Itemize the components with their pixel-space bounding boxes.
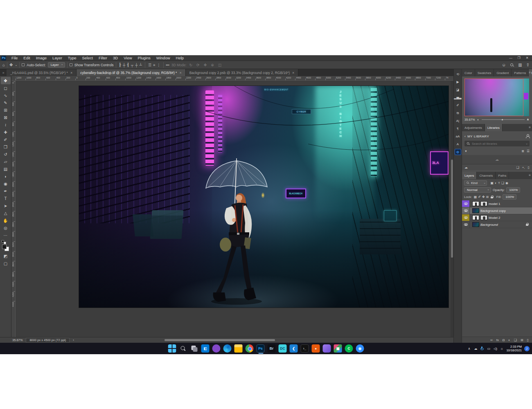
tray-icon[interactable]: ☁ xyxy=(473,347,478,351)
more-options-icon[interactable]: ••• xyxy=(166,63,169,67)
taskbar-app-icon[interactable]: Br xyxy=(268,344,276,353)
panel-menu-icon[interactable]: ≡ xyxy=(529,71,531,74)
tool-button[interactable]: ⋯ xyxy=(1,231,11,239)
tray-icon[interactable]: ◁) xyxy=(493,347,497,351)
panel-icon[interactable]: ⟲ xyxy=(455,71,461,77)
search-icon[interactable] xyxy=(510,63,514,67)
panel-icon[interactable]: A xyxy=(455,141,461,147)
eye-icon[interactable] xyxy=(464,202,468,205)
eye-icon[interactable] xyxy=(464,216,468,219)
navigator-zoom-slider[interactable]: ▲ ▲ ▲ xyxy=(477,117,530,121)
tool-button[interactable]: ↺ xyxy=(1,151,11,158)
lock-all-icon[interactable] xyxy=(491,196,494,199)
align-icon[interactable]: ┼ xyxy=(122,63,126,67)
panel-tab[interactable]: Libraries xyxy=(485,124,503,131)
layer-visibility-well[interactable] xyxy=(462,207,470,214)
panel-icon[interactable]: ✐ xyxy=(455,102,461,108)
slider-thumb[interactable]: ▲ xyxy=(501,118,504,121)
window-control-button[interactable]: ✕ xyxy=(523,55,531,61)
tool-button[interactable]: ✐ xyxy=(1,136,11,143)
layer-visibility-well[interactable] xyxy=(462,221,470,228)
navigator-zoom-value[interactable]: 35.67% xyxy=(464,118,475,121)
lock-option-icon[interactable]: ⊞ xyxy=(485,195,489,199)
tool-button[interactable]: ⊠ xyxy=(1,114,11,121)
panel-menu-icon[interactable]: ≡ xyxy=(529,173,531,177)
layer-name[interactable]: Background xyxy=(480,223,498,227)
layer-name[interactable]: model 1 xyxy=(489,202,500,206)
taskbar-app-icon[interactable] xyxy=(323,344,331,353)
panel-tab[interactable]: Swatches xyxy=(475,69,494,76)
workspace-icon[interactable]: ▥ xyxy=(518,63,522,67)
window-control-button[interactable]: — xyxy=(507,55,515,61)
panel-icon[interactable]: ◪ xyxy=(455,87,461,93)
align-icon[interactable]: ┬ xyxy=(130,63,134,67)
layer-thumbnail[interactable] xyxy=(472,201,479,206)
tool-button[interactable]: ◗ xyxy=(1,173,11,180)
tool-button[interactable]: ▱ xyxy=(1,158,11,165)
fill-dropdown[interactable]: 100% xyxy=(503,194,516,200)
back-chevron-icon[interactable]: ‹ xyxy=(464,135,466,138)
layer-row[interactable]: Background xyxy=(462,221,532,228)
vertical-scrollbar-thumb[interactable] xyxy=(451,160,453,258)
panel-icon[interactable]: aA xyxy=(455,133,461,139)
taskbar-app-icon[interactable] xyxy=(223,344,232,353)
layers-action-icon[interactable]: ◘ xyxy=(503,338,505,342)
taskbar-app-icon[interactable]: Ps xyxy=(257,344,265,353)
taskbar-app-icon[interactable]: ▣ xyxy=(334,344,342,353)
tool-button[interactable]: ◎ xyxy=(1,224,11,231)
document-tab[interactable]: _H1A4441.psd @ 33.5% (RGB/16*) * × xyxy=(7,69,77,76)
tool-mode-button[interactable]: ▢ xyxy=(1,260,11,267)
swap-colors-icon[interactable] xyxy=(4,242,6,244)
taskbar-app-icon[interactable] xyxy=(212,344,221,353)
opacity-dropdown[interactable]: 100% xyxy=(506,187,520,193)
tray-icon[interactable]: ☼ xyxy=(500,347,504,351)
libraries-search[interactable]: ⌄ xyxy=(464,141,530,146)
layers-action-icon[interactable]: ⊞ xyxy=(521,338,523,342)
horizontal-scrollbar-thumb[interactable] xyxy=(165,339,275,341)
taskbar-clock[interactable]: 2:33 PM 10/16/2021 xyxy=(506,345,522,353)
panel-tab[interactable]: Color xyxy=(462,69,475,76)
layers-action-icon[interactable]: ❏ xyxy=(514,338,517,342)
menu-item[interactable]: Layer xyxy=(50,56,65,60)
panel-icon[interactable]: ⧉ xyxy=(455,110,461,116)
window-control-button[interactable]: ❐ xyxy=(515,55,523,61)
panel-tab[interactable]: Channels xyxy=(477,172,496,179)
menu-item[interactable]: Window xyxy=(153,56,173,60)
zoom-out-mountain-icon[interactable]: ▲ xyxy=(477,118,479,121)
tool-button[interactable]: ◻ xyxy=(1,84,11,92)
panel-tab[interactable]: Adjustments xyxy=(462,124,485,131)
layer-filter-icon[interactable]: ▣ xyxy=(490,181,494,185)
tool-button[interactable]: ≀ xyxy=(1,121,11,128)
menu-item[interactable]: File xyxy=(9,56,20,60)
canvas[interactable]: BIO-ENHANCEMENT CYBER JESUS BIOTECH BLAC… xyxy=(79,86,449,308)
account-icon[interactable]: ☺ xyxy=(502,63,506,67)
menu-item[interactable]: Edit xyxy=(20,56,33,60)
foreground-color-chip[interactable] xyxy=(2,245,7,249)
tool-button[interactable]: ✥ xyxy=(1,77,11,84)
eye-icon[interactable] xyxy=(464,223,468,226)
panel-tab[interactable]: Gradient xyxy=(494,69,512,76)
panel-menu-icon[interactable]: ≡ xyxy=(529,126,531,129)
tool-button[interactable]: ❐ xyxy=(1,143,11,151)
tool-button[interactable]: ✎ xyxy=(1,99,11,106)
align-icon[interactable]: ┠ xyxy=(118,63,122,67)
eye-icon[interactable] xyxy=(464,209,468,212)
taskbar-app-icon[interactable]: ◉ xyxy=(356,344,364,353)
trash-icon[interactable]: ▯ xyxy=(528,166,530,169)
taskbar-app-icon[interactable]: DC xyxy=(279,344,287,353)
panel-icon[interactable]: A| xyxy=(455,118,461,124)
tool-button[interactable]: ✚ xyxy=(1,128,11,136)
layer-row[interactable]: Model 2 xyxy=(462,214,532,221)
layers-action-icon[interactable]: ▯ xyxy=(527,338,529,342)
tab-close-icon[interactable]: × xyxy=(70,71,72,75)
home-icon[interactable]: ⌂ xyxy=(2,63,5,67)
panel-icon[interactable]: ¶ xyxy=(455,126,461,132)
layer-row[interactable]: model 1 xyxy=(462,200,532,207)
blend-mode-dropdown[interactable]: Normal xyxy=(464,187,491,193)
new-folder-icon[interactable]: ❏ xyxy=(516,166,519,169)
tool-button[interactable]: ✋ xyxy=(1,217,11,224)
zoom-in-mountain-icon[interactable]: ▲ xyxy=(526,117,530,121)
taskbar-app-icon[interactable] xyxy=(246,344,254,353)
layer-filter-icon[interactable]: ❏ xyxy=(500,181,505,185)
distribute-icon[interactable]: ≡ xyxy=(152,63,156,67)
